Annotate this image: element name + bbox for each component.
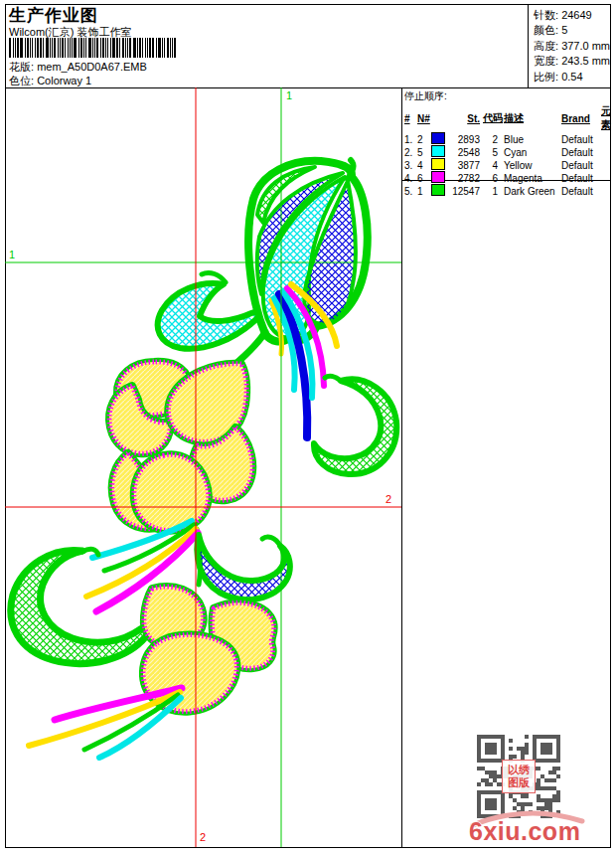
thread-stitches: 3877 xyxy=(449,160,483,171)
thread-stitches: 2782 xyxy=(449,173,483,184)
info-label: 比例: xyxy=(534,71,561,83)
right-crescent-motif xyxy=(314,376,396,474)
thread-index: 5. xyxy=(404,186,417,197)
thread-index: 2. xyxy=(404,147,417,158)
thread-description: Magenta xyxy=(504,173,561,184)
thread-color-swatch xyxy=(431,132,445,144)
bottom-swooshes xyxy=(29,688,182,758)
thread-code: 6 xyxy=(483,173,504,184)
stop-sequence-table: 停止顺序: # N# St. 代码 描述 Brand 元素 1. 2 2893 … xyxy=(404,89,609,197)
design-info-box: 针数: 24649颜色: 5高度: 377.0 mm宽度: 243.5 mm比例… xyxy=(534,8,610,85)
thread-stitches: 2548 xyxy=(449,147,483,158)
info-label: 颜色: xyxy=(534,24,561,36)
thread-number: 5 xyxy=(417,147,431,158)
thread-number: 4 xyxy=(417,160,431,171)
thread-index: 1. xyxy=(404,134,417,145)
col-element: 元素 xyxy=(601,104,616,132)
stop-sequence-title: 停止顺序: xyxy=(404,89,609,103)
info-row: 针数: 24649 xyxy=(534,8,610,23)
thread-index: 3. xyxy=(404,160,417,171)
thread-code: 4 xyxy=(483,160,504,171)
info-label: 针数: xyxy=(534,9,561,21)
end-marker-label-right: 2 xyxy=(385,493,391,505)
thread-code: 5 xyxy=(483,147,504,158)
info-value: 0.54 xyxy=(561,71,582,83)
paisley-motif xyxy=(158,272,259,348)
thread-row: 3. 4 3877 4 Yellow Default xyxy=(404,158,609,171)
stamp-line2: 图版 xyxy=(503,776,535,789)
thread-color-swatch xyxy=(431,158,445,170)
info-row: 颜色: 5 xyxy=(534,23,610,38)
petal xyxy=(134,454,209,530)
thread-description: Cyan xyxy=(504,147,561,158)
col-hash: # xyxy=(404,113,417,124)
thread-description: Yellow xyxy=(504,160,561,171)
thread-row: 5. 1 12547 1 Dark Green Default xyxy=(404,184,609,197)
thread-index: 4. xyxy=(404,173,417,184)
thread-color-swatch xyxy=(431,184,445,196)
colorway-line: 色位: Colorway 1 xyxy=(9,74,91,88)
start-marker-label-top: 1 xyxy=(286,89,292,101)
pattern-file-label: 花版: xyxy=(9,61,34,73)
info-row: 比例: 0.54 xyxy=(534,70,610,85)
info-label: 高度: xyxy=(534,40,561,52)
info-value: 377.0 mm xyxy=(561,40,610,52)
info-row: 宽度: 243.5 mm xyxy=(534,54,610,69)
info-row: 高度: 377.0 mm xyxy=(534,39,610,54)
pattern-file-line: 花版: mem_A50D0A67.EMB xyxy=(9,60,147,75)
site-watermark: 6xiu.com xyxy=(465,807,590,849)
blue-crescent-motif xyxy=(197,535,289,599)
thread-number: 1 xyxy=(417,186,431,197)
barcode xyxy=(9,38,180,58)
thread-brand: Default xyxy=(561,160,601,171)
big-flower-motif xyxy=(109,362,252,531)
thread-brand: Default xyxy=(561,147,601,158)
stamp-line1: 以绣 xyxy=(503,764,535,776)
thread-color-swatch xyxy=(431,171,445,183)
colorway-label: 色位: xyxy=(9,75,34,86)
colorway-value: Colorway 1 xyxy=(37,75,91,86)
thread-code: 1 xyxy=(483,186,504,197)
start-marker-label-left: 1 xyxy=(9,249,15,260)
thread-stitches: 12547 xyxy=(449,186,483,197)
thread-row: 2. 5 2548 5 Cyan Default xyxy=(404,145,609,158)
info-value: 5 xyxy=(561,24,567,36)
thread-brand: Default xyxy=(561,134,601,145)
thread-brand: Default xyxy=(561,173,601,184)
thread-color-swatch xyxy=(431,145,445,157)
info-value: 24649 xyxy=(561,9,592,21)
col-n: N# xyxy=(417,113,431,124)
col-desc: 描述 xyxy=(504,111,561,125)
col-code: 代码 xyxy=(483,111,504,125)
thread-row: 4. 6 2782 6 Magenta Default xyxy=(404,171,609,184)
thread-code: 2 xyxy=(483,134,504,145)
left-crescent-motif xyxy=(11,549,149,663)
col-brand: Brand xyxy=(561,113,601,124)
qr-center-stamp: 以绣 图版 xyxy=(502,760,536,793)
panel-divider xyxy=(401,87,402,847)
thread-number: 2 xyxy=(417,134,431,145)
info-label: 宽度: xyxy=(534,55,561,67)
stop-sequence-header: # N# St. 代码 描述 Brand 元素 xyxy=(404,104,609,132)
thread-row: 1. 2 2893 2 Blue Default xyxy=(404,132,609,145)
info-value: 243.5 mm xyxy=(561,55,610,67)
col-st: St. xyxy=(449,113,483,124)
embroidery-design-canvas: 1 1 2 2 xyxy=(5,87,401,847)
header-divider xyxy=(528,4,529,88)
thread-description: Dark Green xyxy=(504,186,561,197)
watermark-text: 6xiu.com xyxy=(469,817,580,845)
thread-description: Blue xyxy=(504,134,561,145)
thread-stitches: 2893 xyxy=(449,134,483,145)
end-marker-label-bottom: 2 xyxy=(200,831,206,843)
page-title: 生产作业图 xyxy=(9,4,98,27)
thread-brand: Default xyxy=(561,186,601,197)
thread-number: 6 xyxy=(417,173,431,184)
pattern-file-value: mem_A50D0A67.EMB xyxy=(37,61,147,73)
